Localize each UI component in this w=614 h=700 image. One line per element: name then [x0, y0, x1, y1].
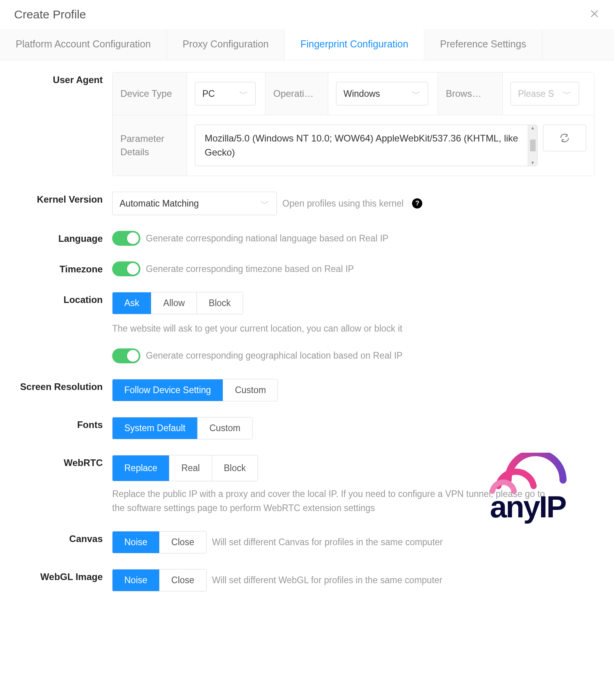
- user-agent-table: Device Type PC ﹀ Operati… Windows ﹀: [112, 72, 594, 176]
- scroll-up-icon[interactable]: ▲: [530, 126, 535, 130]
- os-select[interactable]: Windows ﹀: [336, 82, 428, 105]
- create-profile-modal: Create Profile Platform Account Configur…: [0, 0, 614, 615]
- chevron-down-icon: ﹀: [563, 88, 572, 100]
- fonts-label: Fonts: [14, 417, 112, 430]
- webrtc-real-button[interactable]: Real: [169, 455, 212, 481]
- canvas-desc: Will set different Canvas for profiles i…: [212, 537, 443, 548]
- param-details-label: Parameter Details: [113, 115, 187, 176]
- fonts-button-group: System Default Custom: [112, 417, 253, 439]
- close-icon[interactable]: [589, 8, 600, 21]
- timezone-helper: Generate corresponding timezone based on…: [146, 264, 354, 274]
- language-toggle[interactable]: [112, 231, 140, 246]
- language-label: Language: [14, 231, 112, 244]
- user-agent-textarea[interactable]: Mozilla/5.0 (Windows NT 10.0; WOW64) App…: [195, 125, 538, 166]
- chevron-down-icon: ﹀: [260, 198, 269, 210]
- tab-platform-account[interactable]: Platform Account Configuration: [0, 29, 167, 60]
- location-geo-toggle[interactable]: [112, 348, 140, 363]
- language-helper: Generate corresponding national language…: [146, 233, 389, 244]
- location-ask-button[interactable]: Ask: [113, 292, 151, 314]
- canvas-noise-button[interactable]: Noise: [113, 531, 160, 553]
- canvas-label: Canvas: [14, 531, 112, 544]
- webgl-desc: Will set different WebGL for profiles in…: [212, 575, 443, 586]
- browser-select[interactable]: Please S ﹀: [510, 82, 579, 105]
- location-geo-helper: Generate corresponding geographical loca…: [146, 350, 403, 361]
- os-label: Operati…: [265, 73, 328, 115]
- canvas-button-group: Noise Close: [112, 531, 207, 553]
- timezone-label: Timezone: [14, 261, 112, 275]
- tab-proxy[interactable]: Proxy Configuration: [167, 29, 285, 60]
- webgl-button-group: Noise Close: [112, 569, 207, 591]
- screen-res-custom-button[interactable]: Custom: [223, 379, 278, 401]
- help-icon[interactable]: ?: [412, 198, 422, 209]
- tab-preference[interactable]: Preference Settings: [424, 29, 542, 60]
- location-block-button[interactable]: Block: [197, 292, 242, 314]
- refresh-button[interactable]: [543, 125, 586, 151]
- kernel-helper: Open profiles using this kernel: [282, 198, 403, 209]
- fonts-custom-button[interactable]: Custom: [198, 417, 252, 439]
- scroll-thumb[interactable]: [530, 140, 536, 151]
- user-agent-label: User Agent: [14, 72, 112, 85]
- device-type-label: Device Type: [113, 73, 187, 115]
- location-desc: The website will ask to get your current…: [112, 321, 555, 336]
- location-label: Location: [14, 292, 112, 305]
- screen-res-follow-button[interactable]: Follow Device Setting: [113, 379, 223, 401]
- webgl-label: WebGL Image: [14, 569, 112, 582]
- device-type-select[interactable]: PC ﹀: [195, 82, 256, 105]
- screen-res-button-group: Follow Device Setting Custom: [112, 379, 278, 401]
- webgl-close-button[interactable]: Close: [160, 569, 206, 591]
- screen-res-label: Screen Resolution: [14, 379, 112, 392]
- location-button-group: Ask Allow Block: [112, 292, 243, 314]
- browser-label: Brows…: [438, 73, 503, 115]
- location-allow-button[interactable]: Allow: [151, 292, 197, 314]
- tab-fingerprint[interactable]: Fingerprint Configuration: [285, 29, 424, 60]
- canvas-close-button[interactable]: Close: [160, 531, 206, 553]
- kernel-label: Kernel Version: [14, 192, 112, 205]
- webrtc-label: WebRTC: [14, 455, 112, 468]
- modal-title: Create Profile: [14, 8, 86, 21]
- webgl-noise-button[interactable]: Noise: [113, 569, 160, 591]
- tabs: Platform Account Configuration Proxy Con…: [0, 29, 614, 60]
- timezone-toggle[interactable]: [112, 261, 140, 276]
- webrtc-block-button[interactable]: Block: [212, 455, 258, 481]
- scroll-down-icon[interactable]: ▼: [530, 161, 535, 165]
- chevron-down-icon: ﹀: [412, 88, 421, 100]
- webrtc-button-group: Replace Real Block: [112, 455, 258, 481]
- fonts-system-button[interactable]: System Default: [113, 417, 198, 439]
- webrtc-replace-button[interactable]: Replace: [113, 455, 169, 481]
- kernel-select[interactable]: Automatic Matching ﹀: [112, 192, 277, 215]
- webrtc-desc: Replace the public IP with a proxy and c…: [112, 487, 555, 516]
- scrollbar[interactable]: ▲ ▼: [528, 125, 537, 166]
- chevron-down-icon: ﹀: [239, 88, 248, 100]
